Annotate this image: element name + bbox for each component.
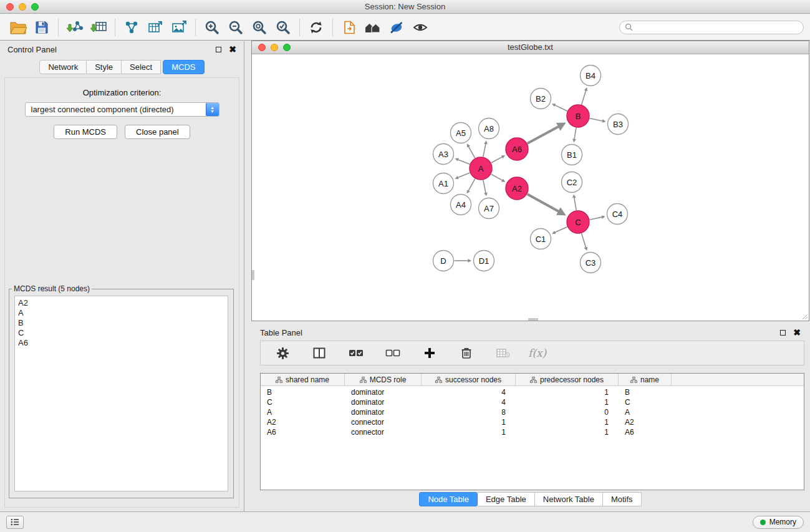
new-network-button[interactable] bbox=[120, 17, 143, 38]
resize-grip-icon[interactable] bbox=[801, 312, 808, 320]
zoom-out-button[interactable] bbox=[224, 17, 248, 38]
table-row[interactable]: Cdominator41C bbox=[261, 397, 804, 407]
scrollbar-stub[interactable] bbox=[252, 270, 254, 280]
tab-select[interactable]: Select bbox=[122, 60, 161, 74]
node-B4[interactable]: B4 bbox=[581, 65, 601, 86]
save-session-button[interactable] bbox=[30, 17, 54, 38]
close-table-panel-icon[interactable]: ✖ bbox=[793, 328, 801, 337]
tab-node-table[interactable]: Node Table bbox=[419, 492, 478, 506]
task-history-button[interactable] bbox=[6, 516, 24, 529]
table-row[interactable]: A6connector11A6 bbox=[261, 427, 804, 437]
network-canvas[interactable]: B4B2BB3A5A8A6A3B1AC2A1A2A4A7C4CC1C3DD1 bbox=[252, 55, 809, 321]
node-A6[interactable]: A6 bbox=[506, 138, 528, 160]
tab-edge-table[interactable]: Edge Table bbox=[478, 492, 535, 506]
node-B[interactable]: B bbox=[567, 105, 589, 127]
node-A[interactable]: A bbox=[470, 157, 492, 180]
node-A7[interactable]: A7 bbox=[479, 198, 499, 219]
minimize-window-button[interactable] bbox=[19, 3, 26, 11]
tab-style[interactable]: Style bbox=[87, 60, 122, 74]
edge-C-C4[interactable] bbox=[590, 216, 604, 220]
zoom-window-button[interactable] bbox=[31, 3, 39, 11]
import-network-button[interactable] bbox=[63, 17, 87, 38]
mcds-result-item[interactable]: B bbox=[18, 318, 224, 328]
edge-B-B4[interactable] bbox=[582, 89, 587, 105]
tab-network-table[interactable]: Network Table bbox=[535, 492, 603, 506]
hide-details-button[interactable] bbox=[385, 17, 408, 38]
mcds-result-item[interactable]: A6 bbox=[18, 338, 224, 348]
node-A2[interactable]: A2 bbox=[506, 177, 528, 200]
node-C2[interactable]: C2 bbox=[562, 172, 582, 193]
column-header-predecessor-nodes[interactable]: predecessor nodes bbox=[516, 374, 619, 385]
table-row[interactable]: A2connector11A2 bbox=[261, 417, 804, 427]
tab-network[interactable]: Network bbox=[39, 60, 87, 74]
node-C[interactable]: C bbox=[567, 211, 589, 233]
search-input[interactable] bbox=[636, 23, 798, 32]
toolbar-search[interactable] bbox=[619, 21, 804, 34]
float-panel-icon[interactable] bbox=[216, 47, 221, 52]
table-row[interactable]: Bdominator41B bbox=[261, 387, 804, 397]
close-panel-icon[interactable]: ✖ bbox=[229, 45, 236, 54]
node-B1[interactable]: B1 bbox=[562, 145, 582, 165]
edge-C-C1[interactable] bbox=[553, 227, 567, 233]
tab-motifs[interactable]: Motifs bbox=[603, 492, 642, 506]
node-C3[interactable]: C3 bbox=[581, 253, 601, 273]
home-view-button[interactable] bbox=[361, 17, 385, 38]
zoom-in-button[interactable] bbox=[200, 17, 224, 38]
zoom-selected-button[interactable] bbox=[271, 17, 295, 38]
table-row[interactable]: Adominator80A bbox=[261, 407, 804, 417]
tab-mcds[interactable]: MCDS bbox=[163, 60, 204, 74]
node-A8[interactable]: A8 bbox=[479, 118, 499, 139]
mcds-result-item[interactable]: C bbox=[18, 328, 224, 338]
node-A5[interactable]: A5 bbox=[451, 123, 471, 143]
export-image-button[interactable] bbox=[167, 17, 191, 38]
edge-A-A7[interactable] bbox=[483, 180, 486, 195]
show-columns-button[interactable] bbox=[307, 342, 331, 364]
column-header-MCDS-role[interactable]: MCDS role bbox=[345, 374, 422, 385]
column-header-name[interactable]: name bbox=[619, 374, 672, 385]
run-mcds-button[interactable]: Run MCDS bbox=[54, 125, 117, 139]
add-column-button[interactable] bbox=[418, 342, 441, 364]
close-network-window-button[interactable] bbox=[258, 44, 266, 51]
edge-C-C3[interactable] bbox=[582, 233, 587, 249]
edge-A-A5[interactable] bbox=[468, 145, 475, 158]
edge-C-C2[interactable] bbox=[574, 195, 576, 210]
edge-A2-C[interactable] bbox=[528, 194, 564, 214]
node-A4[interactable]: A4 bbox=[451, 195, 471, 215]
open-report-button[interactable] bbox=[337, 17, 361, 38]
zoom-network-window-button[interactable] bbox=[283, 44, 291, 51]
memory-button[interactable]: Memory bbox=[753, 516, 804, 529]
show-details-button[interactable] bbox=[408, 17, 432, 38]
delete-column-button[interactable] bbox=[455, 342, 478, 364]
node-D[interactable]: D bbox=[433, 251, 454, 271]
edge-A-A4[interactable] bbox=[467, 179, 475, 193]
node-C1[interactable]: C1 bbox=[531, 229, 551, 249]
open-session-button[interactable] bbox=[6, 17, 30, 38]
scrollbar-stub[interactable] bbox=[528, 318, 538, 321]
mcds-result-item[interactable]: A bbox=[18, 308, 224, 318]
edge-B-B3[interactable] bbox=[590, 118, 605, 122]
edge-A-A6[interactable] bbox=[491, 156, 504, 163]
node-B3[interactable]: B3 bbox=[608, 114, 629, 135]
import-table-button[interactable] bbox=[87, 17, 110, 38]
edge-B-B2[interactable] bbox=[553, 104, 567, 111]
edge-A-A3[interactable] bbox=[456, 159, 470, 165]
edge-A-A2[interactable] bbox=[491, 174, 504, 181]
node-D1[interactable]: D1 bbox=[474, 251, 494, 271]
deselect-all-button[interactable] bbox=[381, 342, 405, 364]
minimize-network-window-button[interactable] bbox=[271, 44, 278, 51]
mcds-result-item[interactable]: A2 bbox=[18, 298, 224, 308]
column-header-successor-nodes[interactable]: successor nodes bbox=[422, 374, 516, 385]
node-A3[interactable]: A3 bbox=[433, 144, 454, 165]
zoom-fit-button[interactable] bbox=[248, 17, 271, 38]
select-all-button[interactable] bbox=[344, 342, 368, 364]
column-header-shared-name[interactable]: shared name bbox=[261, 374, 345, 385]
mcds-result-list[interactable]: A2ABCA6 bbox=[14, 296, 228, 491]
edge-A6-B[interactable] bbox=[528, 124, 564, 144]
refresh-layout-button[interactable] bbox=[304, 17, 328, 38]
float-table-panel-icon[interactable] bbox=[780, 330, 786, 336]
node-B2[interactable]: B2 bbox=[531, 89, 551, 109]
node-A1[interactable]: A1 bbox=[433, 173, 454, 194]
node-C4[interactable]: C4 bbox=[607, 204, 628, 225]
edge-B-B1[interactable] bbox=[574, 128, 576, 142]
close-window-button[interactable] bbox=[6, 3, 14, 11]
